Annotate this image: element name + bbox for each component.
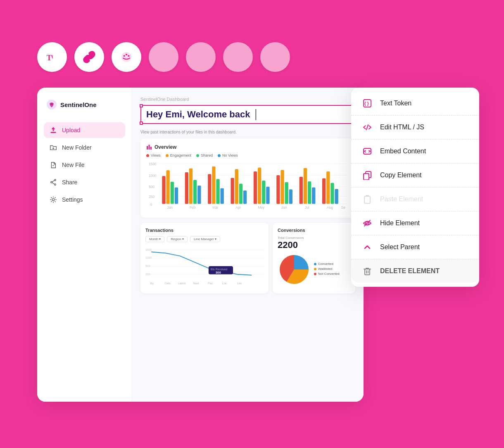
filter-month[interactable]: Month ▾	[145, 236, 164, 242]
transactions-filters: Month ▾ Region ▾ Line Manager ▾	[145, 236, 264, 242]
toolbar-btn-6[interactable]	[223, 42, 253, 72]
svg-rect-40	[239, 183, 242, 204]
menu-item-label-select-parent: Select Parent	[380, 243, 420, 251]
toolbar-btn-4[interactable]	[149, 42, 178, 72]
svg-text:1000: 1000	[149, 174, 157, 178]
svg-line-88	[366, 125, 368, 130]
svg-rect-37	[221, 188, 224, 204]
legend-label-engagement: Engagement	[170, 153, 191, 157]
legend-dot-no-views	[218, 154, 221, 157]
pie-dot-waitlisted	[314, 268, 316, 270]
nav-item-new-folder[interactable]: New Folder	[44, 140, 125, 155]
menu-item-label-paste: Paste Element	[380, 195, 423, 203]
menu-item-copy[interactable]: Copy Element	[351, 164, 479, 187]
menu-item-edit-html[interactable]: Edit HTML / JS	[351, 116, 479, 139]
svg-rect-57	[335, 189, 338, 204]
svg-rect-96	[365, 269, 370, 275]
sidebar-logo-text: SentinelOne	[60, 101, 97, 108]
svg-rect-31	[189, 168, 193, 204]
line-chart-svg: 1500 1000 500 250 Bts Received 300	[145, 245, 264, 287]
svg-rect-35	[212, 167, 215, 204]
nav-item-new-file[interactable]: New File	[44, 157, 125, 173]
menu-item-embed[interactable]: Embed Content	[351, 140, 479, 163]
toolbar-btn-5[interactable]	[186, 42, 216, 72]
pie-label-converted: Converted	[318, 262, 333, 266]
menu-item-label-copy: Copy Element	[380, 172, 422, 179]
nav-item-upload[interactable]: Upload	[44, 122, 125, 138]
welcome-box: Hey Emi, Welcome back │	[140, 105, 355, 124]
svg-point-5	[128, 55, 129, 57]
svg-rect-15	[150, 147, 152, 150]
code-icon	[361, 121, 373, 133]
svg-text:Jan: Jan	[167, 205, 173, 210]
svg-rect-13	[147, 146, 148, 150]
svg-rect-43	[258, 168, 261, 204]
conversions-label: Total Conversions	[278, 236, 350, 240]
menu-item-paste[interactable]: Paste Element	[351, 188, 479, 211]
svg-rect-55	[326, 172, 330, 204]
svg-text:250: 250	[145, 273, 150, 276]
nav-label-share: Share	[62, 179, 77, 186]
svg-rect-26	[162, 176, 165, 204]
svg-text:0: 0	[150, 203, 152, 207]
svg-text:Jun: Jun	[281, 205, 287, 210]
menu-item-hide[interactable]: Hide Element	[351, 212, 479, 235]
svg-text:{ }: { }	[364, 101, 369, 106]
toolbar-btn-7[interactable]	[260, 42, 290, 72]
sidebar-logo: SentinelOne	[44, 99, 125, 110]
welcome-text: Hey Emi, Welcome back │	[146, 109, 349, 120]
menu-item-delete[interactable]: DELETE ELEMENT	[351, 260, 479, 283]
text-token-toolbar-btn[interactable]: Tt	[37, 42, 67, 72]
conversions-title: Conversions	[278, 228, 350, 233]
nav-label-upload: Upload	[62, 127, 80, 133]
sel-handle-bl	[140, 122, 143, 125]
legend-label-views: Views	[151, 153, 161, 157]
conversions-chart: Conversions Total Conversions 2200	[273, 223, 355, 293]
filter-region[interactable]: Region ▾	[167, 236, 188, 242]
filter-line-manager[interactable]: Line Manager ▾	[190, 236, 220, 242]
hide-icon	[361, 217, 373, 229]
transactions-chart: Transactions Month ▾ Region ▾ Line Manag…	[140, 223, 269, 293]
svg-rect-33	[197, 186, 201, 204]
svg-text:Nael: Nael	[193, 282, 199, 285]
svg-rect-47	[281, 170, 284, 204]
chart-legend: Views Engagement Shared No Views	[146, 153, 349, 157]
svg-rect-30	[185, 172, 188, 204]
svg-rect-44	[262, 181, 265, 204]
svg-text:250: 250	[149, 195, 155, 199]
svg-rect-8	[51, 132, 56, 133]
sidebar-nav: Upload New Folder New File Share	[44, 122, 125, 207]
chevron-up-icon	[361, 241, 373, 253]
nav-item-share[interactable]: Share	[44, 174, 125, 190]
dashboard-card: SentinelOne Upload New Folder New File	[37, 88, 364, 402]
menu-item-text-token[interactable]: { } Text Token	[351, 92, 479, 115]
svg-point-3	[124, 55, 125, 57]
svg-text:Apr: Apr	[235, 205, 241, 210]
charts-row: Transactions Month ▾ Region ▾ Line Manag…	[140, 223, 355, 293]
svg-rect-36	[216, 179, 219, 204]
svg-rect-54	[322, 178, 326, 204]
pie-label-not-converted: Not Converted	[318, 272, 340, 276]
svg-rect-41	[243, 191, 247, 204]
legend-no-views: No Views	[218, 153, 238, 157]
nav-label-settings: Settings	[62, 196, 83, 203]
menu-item-select-parent[interactable]: Select Parent	[351, 236, 479, 259]
welcome-text-content: Hey Emi, Welcome back	[146, 109, 250, 120]
toolbar: Tt	[37, 42, 290, 72]
svg-rect-48	[285, 182, 288, 204]
link-toolbar-btn[interactable]	[74, 42, 104, 72]
legend-dot-views	[146, 154, 149, 157]
pie-container: Converted Waitlisted Not Converted	[278, 253, 350, 286]
svg-rect-29	[175, 188, 178, 204]
svg-point-7	[50, 103, 53, 105]
pie-label-waitlisted: Waitlisted	[318, 267, 332, 271]
svg-text:1500: 1500	[149, 162, 157, 166]
svg-rect-32	[193, 180, 197, 204]
svg-rect-91	[364, 174, 369, 180]
nav-item-settings[interactable]: Settings	[44, 192, 125, 207]
svg-text:Oelo: Oelo	[164, 282, 171, 285]
overview-bar-chart: 1500 1000 500 250 0	[146, 161, 349, 210]
palette-toolbar-btn[interactable]	[112, 42, 141, 72]
cursor-icon: │	[254, 109, 259, 120]
svg-text:Pao: Pao	[208, 282, 213, 285]
